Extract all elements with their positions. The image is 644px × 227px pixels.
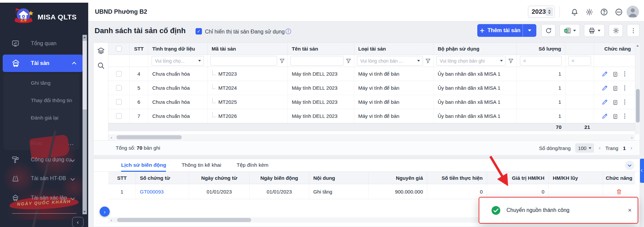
submenu-item-ghi-tang[interactable]: Ghi tăng <box>3 77 79 89</box>
table-vertical-scrollbar[interactable] <box>635 43 640 134</box>
select-all-checkbox[interactable] <box>116 46 122 52</box>
scroll-left-icon[interactable]: ‹ <box>108 135 114 140</box>
notifications-button[interactable] <box>570 8 579 16</box>
dept-filter-select[interactable]: Vui lòng chọn bản ghi <box>436 56 506 66</box>
prev-page-button[interactable]: ‹ <box>599 145 600 151</box>
sidebar-scrollbar[interactable] <box>83 35 87 214</box>
table-row[interactable]: 7 Chưa chuẩn hóa MT2026 Máy tính DELL 20… <box>108 109 635 123</box>
qty-filter-input[interactable]: = <box>520 56 562 66</box>
horizontal-scrollbar-thumb[interactable] <box>116 135 182 139</box>
user-avatar[interactable] <box>627 6 639 18</box>
add-asset-dropdown-button[interactable] <box>523 24 536 37</box>
table-summary-row: 70 21 <box>108 123 635 131</box>
edit-button[interactable] <box>601 71 608 77</box>
table-row[interactable]: 5 Chưa chuẩn hóa MT2024 Máy tính DELL 20… <box>108 81 635 95</box>
sidebar-item-tools[interactable]: Công cụ dụng cụ <box>0 152 83 167</box>
year-selector[interactable]: 2023 <box>528 6 555 18</box>
next-page-button[interactable]: › <box>631 145 632 151</box>
extra-filter-input[interactable]: = <box>568 56 591 66</box>
submenu-item-thay-doi[interactable]: Thay đổi thông tin <box>3 94 79 106</box>
refresh-button[interactable] <box>541 24 555 37</box>
add-asset-button[interactable]: Thêm tài sản <box>477 24 523 37</box>
row-checkbox[interactable] <box>116 71 122 77</box>
row-checkbox[interactable] <box>116 113 122 119</box>
toast-message: Chuyển nguồn thành công <box>506 207 570 213</box>
vertical-scrollbar-thumb[interactable] <box>636 89 640 123</box>
settings-button[interactable] <box>585 8 594 16</box>
more-actions-button[interactable]: ⋮ <box>627 24 640 37</box>
scroll-up-icon[interactable] <box>83 36 86 38</box>
print-button[interactable] <box>584 24 605 37</box>
chevron-down-icon <box>70 196 75 200</box>
submenu-item-khac[interactable]: Khác ... <box>3 137 79 149</box>
stepper-up-icon[interactable] <box>548 10 551 11</box>
info-icon[interactable] <box>285 28 291 34</box>
stepper-down-icon[interactable] <box>548 12 551 14</box>
duplicate-button[interactable] <box>612 99 619 105</box>
funnel-icon[interactable] <box>508 58 514 64</box>
col-header-blank <box>566 43 594 55</box>
more-menu-button[interactable] <box>614 8 623 16</box>
scroll-up-icon[interactable] <box>636 45 639 47</box>
document-link[interactable]: GT000093 <box>140 189 164 195</box>
detail-scrollbar-thumb[interactable] <box>117 218 251 222</box>
scroll-left-icon[interactable]: ‹ <box>108 218 114 223</box>
duplicate-button[interactable] <box>612 113 619 120</box>
expand-sidebar-button[interactable]: › <box>100 207 110 217</box>
row-more-button[interactable]: ⋮ <box>622 70 628 77</box>
cell-code: MT2023 <box>208 67 288 81</box>
export-excel-button[interactable]: X <box>559 24 580 37</box>
funnel-icon[interactable] <box>346 58 351 64</box>
sidebar-collapse-button[interactable]: ‹ <box>72 217 84 227</box>
year-stepper[interactable] <box>546 7 553 16</box>
sidebar-item-infrastructure[interactable]: Tài sản HT-ĐB <box>0 171 83 186</box>
tab-lich-su-bien-dong[interactable]: Lịch sử biến động <box>121 159 166 172</box>
scroll-right-icon[interactable]: › <box>629 135 635 140</box>
help-button[interactable] <box>600 8 608 16</box>
submenu-item-danh-gia[interactable]: Đánh giá lại <box>3 112 79 124</box>
scroll-down-icon[interactable] <box>83 211 86 213</box>
duplicate-button[interactable] <box>612 85 619 91</box>
search-icon[interactable] <box>97 62 105 70</box>
row-more-button[interactable]: ⋮ <box>622 84 628 91</box>
row-checkbox[interactable] <box>116 85 122 91</box>
duplicate-button[interactable] <box>612 71 619 77</box>
table-horizontal-scrollbar[interactable]: ‹ › <box>108 134 635 140</box>
row-more-button[interactable]: ⋮ <box>622 98 628 105</box>
right-panel-handle[interactable] <box>640 159 644 183</box>
funnel-icon[interactable] <box>425 58 431 64</box>
asset-car-icon <box>11 58 21 68</box>
edit-button[interactable] <box>601 85 608 91</box>
sidebar-item-established[interactable]: Tài sản xác lập <box>0 191 83 205</box>
tab-tep-dinh-kem[interactable]: Tệp đính kèm <box>236 159 268 172</box>
cell-doc-date: 01/01/2023 <box>189 184 250 199</box>
row-more-button[interactable]: ⋮ <box>622 112 628 120</box>
cell-dept: Ủy ban nhân dân xã MISA 1 <box>434 81 517 95</box>
sidebar-item-assets[interactable]: Tài sản <box>3 55 83 72</box>
type-filter-select[interactable]: Vui lòng chọn bản ... <box>357 56 423 66</box>
per-page-select[interactable]: 100 <box>575 143 594 153</box>
funnel-icon[interactable] <box>279 58 285 64</box>
edit-button[interactable] <box>601 113 608 120</box>
row-checkbox[interactable] <box>116 99 122 105</box>
collapse-detail-button[interactable] <box>625 161 634 170</box>
toast-close-button[interactable]: × <box>628 207 632 214</box>
sidebar-item-label: Tài sản xác lập <box>0 195 67 201</box>
col-header-content: Nội dung <box>309 172 369 184</box>
status-filter-select[interactable]: Vui lòng chọ... <box>152 56 204 66</box>
code-filter-input[interactable] <box>210 56 277 66</box>
name-filter-input[interactable] <box>290 56 343 66</box>
edit-button[interactable] <box>601 99 608 105</box>
layers-icon[interactable] <box>97 47 105 55</box>
plus-icon <box>480 28 485 33</box>
table-settings-button[interactable] <box>609 24 623 37</box>
chevron-down-icon <box>573 30 576 31</box>
delete-button[interactable] <box>616 188 623 195</box>
sidebar-item-overview[interactable]: Tổng quan <box>0 36 83 51</box>
table-row[interactable]: 4 Chưa chuẩn hóa MT2023 Máy tính DELL 20… <box>108 67 635 81</box>
table-row[interactable]: 6 Chưa chuẩn hóa MT2025 Máy tính DELL 20… <box>108 95 635 109</box>
topbar-divider <box>559 6 560 17</box>
tab-thong-tin-ke-khai[interactable]: Thông tin kê khai <box>181 159 221 172</box>
sidebar-scrollbar-thumb[interactable] <box>83 41 87 109</box>
only-in-use-checkbox[interactable]: ✓ <box>196 28 202 34</box>
